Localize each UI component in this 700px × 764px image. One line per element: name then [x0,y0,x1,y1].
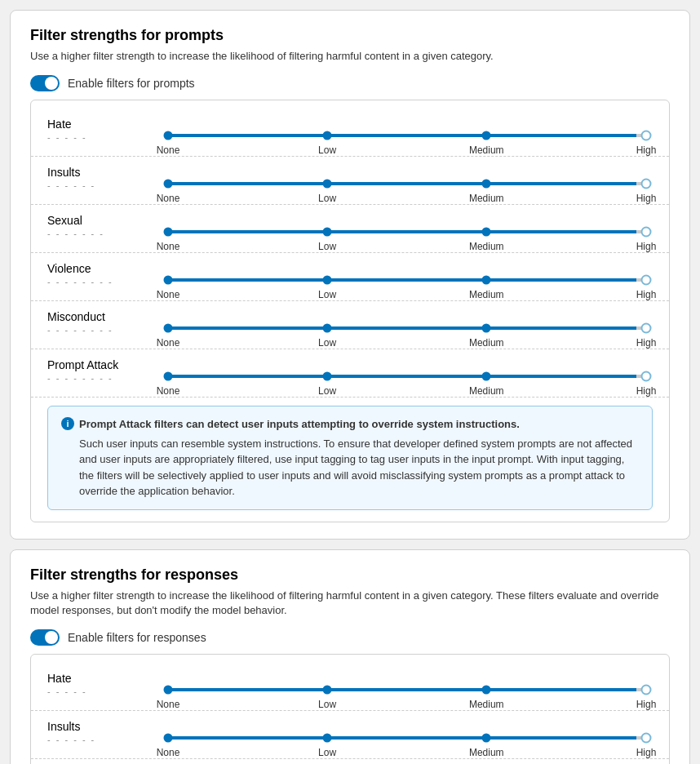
violence-slider-row: Violence - - - - - - - - None Low Medium… [31,253,669,301]
resp-insults-slider[interactable] [168,732,646,744]
sexual-label: Sexual [47,214,162,227]
prompt-attack-track-col[interactable]: None Low Medium High [162,356,653,385]
violence-label: Violence [47,262,162,275]
resp-insults-label-col: Insults - - - - - - [47,720,162,744]
responses-toggle[interactable] [30,629,60,646]
insults-label-col: Insults - - - - - - [47,166,162,190]
insults-label: Insults [47,166,162,179]
misconduct-label: Misconduct [47,310,162,323]
responses-filter-section: Filter strengths for responses Use a hig… [10,549,690,764]
hate-dashes: - - - - - [47,132,162,142]
prompt-attack-label: Prompt Attack [47,358,162,371]
violence-dashes: - - - - - - - - [47,277,162,286]
hate-slider[interactable] [168,130,646,141]
prompts-title: Filter strengths for prompts [30,27,670,44]
resp-hate-label: Hate [47,672,162,685]
resp-sexual-slider-row: Sexual - - - - - - - None Low Medium Hig… [31,759,669,764]
prompt-attack-label-col: Prompt Attack - - - - - - - - [47,358,162,383]
prompt-attack-info-box: i Prompt Attack filters can detect user … [47,406,653,510]
info-box-body: Such user inputs can resemble system ins… [61,436,639,500]
prompts-toggle-row: Enable filters for prompts [30,75,670,91]
sexual-track-col[interactable]: None Low Medium High [162,211,653,241]
sexual-dashes: - - - - - - - [47,229,162,238]
insults-slider[interactable] [168,178,646,189]
misconduct-dashes: - - - - - - - - [47,325,162,335]
info-box-title-text: Prompt Attack filters can detect user in… [79,416,520,433]
responses-toggle-label: Enable filters for responses [68,631,206,644]
resp-hate-dashes: - - - - - [47,686,162,696]
sexual-slider-row: Sexual - - - - - - - None Low Medium Hig… [31,205,669,253]
resp-hate-track-col[interactable]: None Low Medium High [162,669,653,699]
violence-track-col[interactable]: None Low Medium High [162,260,653,289]
insults-dashes: - - - - - - [47,180,162,190]
prompt-attack-dashes: - - - - - - - - [47,373,162,383]
sexual-label-col: Sexual - - - - - - - [47,214,162,238]
resp-hate-slider-row: Hate - - - - - None Low Medium High [31,663,669,711]
hate-track-col[interactable]: None Low Medium High [162,115,653,144]
info-box-title-row: i Prompt Attack filters can detect user … [61,416,639,433]
prompt-attack-slider-row: Prompt Attack - - - - - - - - None Low M… [31,349,669,398]
prompt-attack-slider[interactable] [168,371,646,382]
resp-insults-track-col[interactable]: None Low Medium High [162,717,653,747]
resp-insults-label: Insults [47,720,162,733]
responses-toggle-row: Enable filters for responses [30,629,670,646]
prompts-desc: Use a higher filter strength to increase… [30,49,670,64]
violence-label-col: Violence - - - - - - - - [47,262,162,286]
hate-label-col: Hate - - - - - [47,118,162,142]
prompts-toggle-label: Enable filters for prompts [68,77,195,90]
sexual-slider[interactable] [168,226,646,238]
resp-hate-label-col: Hate - - - - - [47,672,162,696]
misconduct-track-col[interactable]: None Low Medium High [162,308,653,337]
prompts-filter-section: Filter strengths for prompts Use a highe… [10,10,690,540]
prompts-sliders-container: Hate - - - - - None Low Medium High [30,100,670,522]
insults-slider-row: Insults - - - - - - None Low Medium High [31,157,669,205]
hate-slider-row: Hate - - - - - None Low Medium High [31,109,669,157]
hate-label: Hate [47,118,162,131]
prompts-toggle[interactable] [30,75,60,91]
violence-slider[interactable] [168,274,646,286]
misconduct-label-col: Misconduct - - - - - - - - [47,310,162,335]
responses-desc: Use a higher filter strength to increase… [30,589,670,618]
info-icon: i [61,417,74,430]
resp-insults-dashes: - - - - - - [47,735,162,744]
resp-insults-slider-row: Insults - - - - - - None Low Medium High [31,711,669,759]
responses-title: Filter strengths for responses [30,566,670,584]
resp-hate-slider[interactable] [168,684,646,695]
misconduct-slider[interactable] [168,322,646,334]
insults-track-col[interactable]: None Low Medium High [162,163,653,193]
responses-sliders-container: Hate - - - - - None Low Medium High [30,654,670,764]
misconduct-slider-row: Misconduct - - - - - - - - None Low Medi… [31,301,669,349]
